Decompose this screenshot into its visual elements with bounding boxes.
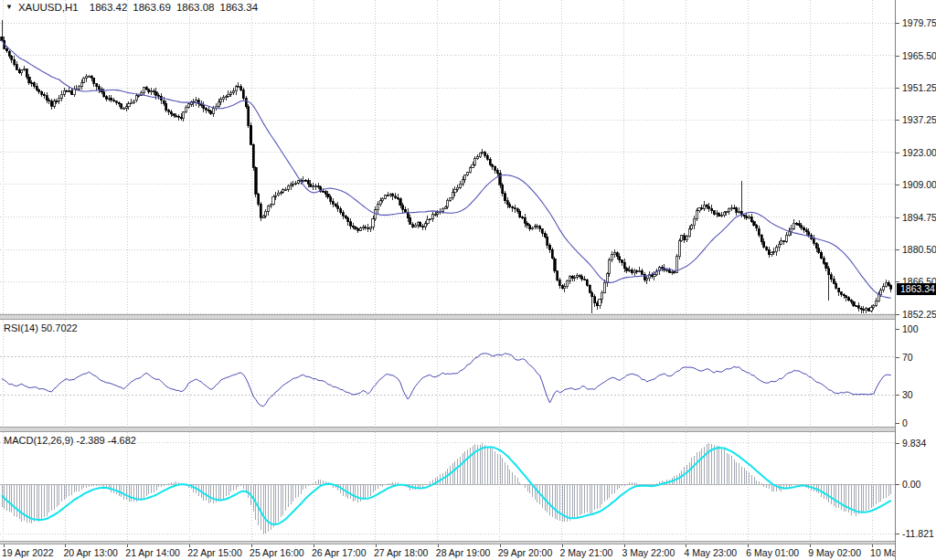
price-axis-label: 1880.50 <box>902 244 936 255</box>
time-axis-label: 6 May 01:00 <box>746 547 799 558</box>
price-axis-label: 1909.00 <box>902 179 936 190</box>
macd-axis-label: 9.834 <box>902 438 926 449</box>
candles-layer <box>1 20 892 314</box>
macd-axis-label: 0.00 <box>902 479 920 490</box>
time-axis-label: 9 May 02:00 <box>808 547 861 558</box>
price-axis-label: 1965.50 <box>902 50 936 61</box>
ohlc-close: 1863.34 <box>219 2 258 13</box>
macd-axis-label: -11.821 <box>902 528 934 539</box>
vertical-gridlines <box>4 0 873 314</box>
time-axis-label: 29 Apr 20:00 <box>498 547 553 558</box>
axis-tick <box>896 217 899 218</box>
time-axis-label: 19 Apr 2022 <box>2 547 54 558</box>
rsi-line <box>2 354 891 407</box>
price-axis-label: 1937.25 <box>902 114 936 125</box>
chart-window: ▼ XAUUSD,H1 1863.42 1863.69 1863.08 1863… <box>0 0 936 560</box>
ohlc-low: 1863.08 <box>176 2 215 13</box>
price-axis-label: 1979.75 <box>902 17 936 28</box>
ma-line <box>2 40 891 298</box>
axis-tick <box>896 185 899 185</box>
rsi-axis-label: 100 <box>902 323 919 334</box>
rsi-canvas[interactable] <box>0 320 895 427</box>
ohlc-open: 1863.42 <box>90 2 128 13</box>
current-price-badge: 1863.34 <box>897 283 936 295</box>
ohlc-high: 1863.69 <box>133 2 171 13</box>
axis-tick <box>896 56 899 57</box>
axis-tick <box>896 153 899 153</box>
time-axis-label: 27 Apr 18:00 <box>374 547 429 558</box>
price-axis-label: 1951.25 <box>902 82 936 93</box>
rsi-current-value: 50.7022 <box>41 322 78 333</box>
time-axis-label: 4 May 23:00 <box>684 547 737 558</box>
horizontal-gridlines <box>0 23 895 314</box>
macd-signal-line <box>2 447 891 524</box>
rsi-axis-label: 70 <box>902 352 913 363</box>
time-axis-label: 28 Apr 19:00 <box>436 547 491 558</box>
symbol-dropdown-icon[interactable]: ▼ <box>5 3 13 12</box>
macd-current-values: -2.389 -4.682 <box>76 435 135 446</box>
macd-indicator-label: MACD(12,26,9) -2.389 -4.682 <box>4 435 136 446</box>
time-axis-label: 22 Apr 15:00 <box>187 547 242 558</box>
price-axis-label: 1852.25 <box>902 309 936 320</box>
rsi-axis-label: 0 <box>902 417 908 428</box>
vertical-gridlines <box>4 320 873 427</box>
time-axis-label: 21 Apr 14:00 <box>125 547 180 558</box>
price-axis-label: 1923.00 <box>902 147 936 158</box>
time-axis-label: 2 May 21:00 <box>560 547 613 558</box>
macd-canvas[interactable] <box>0 432 895 541</box>
price-axis-label: 1894.75 <box>902 212 936 223</box>
time-axis-label: 20 Apr 13:00 <box>63 547 118 558</box>
price-axis[interactable]: 1863.34 1979.751965.501951.251937.251923… <box>895 0 936 560</box>
time-axis-label: 25 Apr 16:00 <box>250 547 304 558</box>
rsi-indicator-label: RSI(14) 50.7022 <box>4 322 78 333</box>
time-axis[interactable]: 19 Apr 202220 Apr 13:0021 Apr 14:0022 Ap… <box>0 544 936 560</box>
time-axis-label: 3 May 22:00 <box>622 547 675 558</box>
rsi-axis-label: 30 <box>902 389 913 400</box>
axis-tick <box>896 88 899 89</box>
axis-tick <box>896 249 899 250</box>
axis-tick <box>896 120 899 121</box>
axis-tick <box>896 23 899 24</box>
main-chart-canvas[interactable] <box>0 0 895 314</box>
time-axis-label: 26 Apr 17:00 <box>312 547 367 558</box>
macd-histogram <box>2 443 891 534</box>
rsi-level-lines <box>0 357 895 395</box>
axis-tick <box>896 314 899 315</box>
symbol-period-label: XAUUSD,H1 <box>18 2 79 13</box>
chart-title: ▼ XAUUSD,H1 1863.42 1863.69 1863.08 1863… <box>5 2 258 13</box>
